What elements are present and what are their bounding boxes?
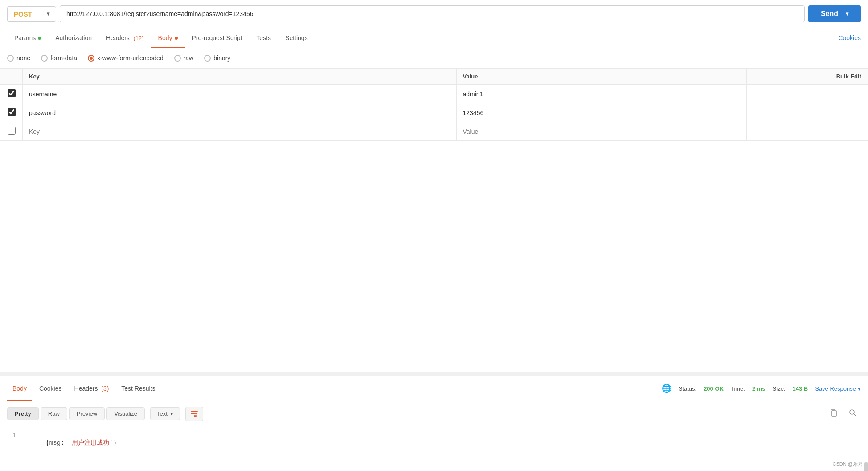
tab-tests-label: Tests <box>256 34 271 41</box>
radio-raw[interactable]: raw <box>174 54 194 62</box>
row2-extra-cell <box>746 103 868 122</box>
radio-raw-label: raw <box>184 54 194 62</box>
watermark: CSDN @乐乃 <box>833 461 863 467</box>
time-label: Time: <box>731 385 745 392</box>
row1-key-input[interactable] <box>29 91 450 98</box>
row-empty-value-input[interactable] <box>463 128 740 135</box>
radio-binary[interactable]: binary <box>204 54 230 62</box>
code-brace-open: { <box>45 439 49 446</box>
row-empty-checkbox[interactable] <box>8 127 16 135</box>
response-header: Body Cookies Headers (3) Test Results 🌐 … <box>0 376 868 401</box>
row1-extra-cell <box>746 85 868 103</box>
row2-value-cell <box>456 103 746 122</box>
radio-form-data-circle <box>41 55 48 62</box>
tab-prerequest[interactable]: Pre-request Script <box>185 28 250 48</box>
tab-tests[interactable]: Tests <box>249 28 278 48</box>
send-chevron-icon: ▾ <box>842 11 848 17</box>
params-dot <box>38 37 41 40</box>
format-visualize-button[interactable]: Visualize <box>106 407 145 420</box>
radio-form-data[interactable]: form-data <box>41 54 77 62</box>
resp-tab-cookies[interactable]: Cookies <box>34 381 67 396</box>
table-row-empty <box>0 122 868 141</box>
tab-body-label: Body <box>158 34 172 41</box>
tab-headers[interactable]: Headers (12) <box>99 28 151 48</box>
url-bar: POST ▾ Send ▾ <box>0 0 868 28</box>
search-button[interactable] <box>844 406 861 421</box>
row-empty-extra-cell <box>746 122 868 141</box>
code-brace-close: } <box>113 439 117 446</box>
format-preview-button[interactable]: Preview <box>69 407 105 420</box>
params-table: Key Value Bulk Edit <box>0 68 868 141</box>
radio-form-data-label: form-data <box>50 54 77 62</box>
body-dot <box>175 37 178 40</box>
format-raw-button[interactable]: Raw <box>41 407 67 420</box>
method-chevron-icon: ▾ <box>47 11 49 17</box>
resp-tab-test-results[interactable]: Test Results <box>116 381 160 396</box>
wrap-button[interactable] <box>185 407 203 421</box>
copy-button[interactable] <box>825 406 842 421</box>
resp-headers-badge: (3) <box>99 385 109 392</box>
bulk-edit-button[interactable]: Bulk Edit <box>746 69 868 85</box>
status-value: 200 OK <box>704 385 724 392</box>
resp-tab-cookies-label: Cookies <box>39 385 62 392</box>
resp-tab-body[interactable]: Body <box>7 381 32 396</box>
table-row <box>0 85 868 103</box>
row-empty-key-cell <box>23 122 457 141</box>
radio-none-circle <box>7 55 14 62</box>
save-response-button[interactable]: Save Response ▾ <box>815 385 861 392</box>
response-status: 🌐 Status: 200 OK Time: 2 ms Size: 143 B <box>662 384 808 393</box>
line-number-1: 1 <box>7 432 16 439</box>
tab-settings[interactable]: Settings <box>278 28 315 48</box>
row1-checkbox-cell <box>0 85 23 103</box>
method-label: POST <box>14 10 32 18</box>
row2-value-input[interactable] <box>463 109 740 116</box>
status-label: Status: <box>679 385 696 392</box>
row-empty-key-input[interactable] <box>29 128 450 135</box>
radio-urlencoded-circle <box>88 55 94 62</box>
wrap-icon <box>190 410 198 418</box>
scroll-area <box>0 462 868 471</box>
response-code-area: 1 {msg: '用户注册成功'} <box>0 426 868 462</box>
tab-authorization[interactable]: Authorization <box>48 28 99 48</box>
method-dropdown[interactable]: POST ▾ <box>7 6 56 22</box>
radio-raw-circle <box>174 55 181 62</box>
text-type-dropdown[interactable]: Text ▾ <box>150 407 180 420</box>
scrollbar-thumb[interactable] <box>864 462 868 471</box>
search-icon <box>848 409 856 417</box>
code-colon: : <box>61 439 68 446</box>
tab-body[interactable]: Body <box>151 28 185 48</box>
row1-checkbox[interactable] <box>8 89 16 97</box>
radio-binary-label: binary <box>213 54 230 62</box>
tab-params[interactable]: Params <box>7 28 48 48</box>
tab-params-label: Params <box>14 34 36 41</box>
row-empty-checkbox-cell <box>0 122 23 141</box>
radio-urlencoded[interactable]: x-www-form-urlencoded <box>88 54 164 62</box>
tab-authorization-label: Authorization <box>55 34 92 41</box>
radio-none-label: none <box>16 54 30 62</box>
radio-binary-circle <box>204 55 211 62</box>
table-row <box>0 103 868 122</box>
radio-none[interactable]: none <box>7 54 30 62</box>
copy-icon <box>830 409 838 417</box>
tab-settings-label: Settings <box>285 34 308 41</box>
radio-urlencoded-label: x-www-form-urlencoded <box>97 54 164 62</box>
resp-tab-headers[interactable]: Headers (3) <box>69 381 115 396</box>
headers-badge: (12) <box>132 35 144 41</box>
format-pretty-button[interactable]: Pretty <box>7 407 39 420</box>
svg-rect-0 <box>832 411 836 416</box>
body-options: none form-data x-www-form-urlencoded raw… <box>0 48 868 68</box>
size-label: Size: <box>773 385 786 392</box>
tab-prerequest-label: Pre-request Script <box>192 34 242 41</box>
section-divider <box>0 372 868 376</box>
row2-key-input[interactable] <box>29 109 450 116</box>
row1-value-input[interactable] <box>463 91 740 98</box>
empty-area <box>0 141 868 372</box>
row2-checkbox[interactable] <box>8 108 16 116</box>
url-input[interactable] <box>60 5 805 22</box>
tab-headers-label: Headers <box>106 34 130 41</box>
resp-tab-test-results-label: Test Results <box>121 385 155 392</box>
cookies-link[interactable]: Cookies <box>838 28 861 48</box>
send-button[interactable]: Send ▾ <box>808 5 861 22</box>
save-response-chevron-icon: ▾ <box>858 385 861 392</box>
col-key: Key <box>23 69 457 85</box>
